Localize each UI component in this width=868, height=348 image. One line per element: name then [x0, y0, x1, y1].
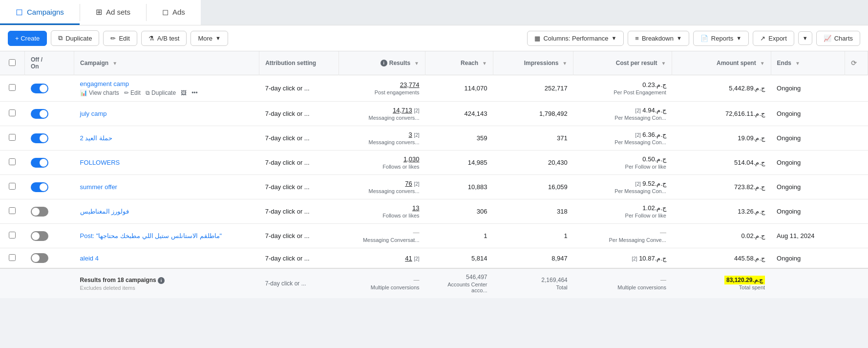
- row-checkbox[interactable]: [9, 183, 16, 190]
- charts-label: Charts: [834, 35, 853, 42]
- nav-tab-ads[interactable]: ◻ Ads: [147, 0, 201, 25]
- more-dropdown-icon: ▼: [215, 35, 221, 41]
- row-attribution: 7-day click or ...: [259, 175, 339, 199]
- row-select[interactable]: [0, 126, 25, 151]
- campaign-toggle[interactable]: [31, 84, 48, 93]
- duplicate-icon: ⧉: [58, 34, 63, 42]
- breakdown-button[interactable]: ≡ Breakdown ▼: [628, 31, 689, 46]
- th-toggle: Off / On: [25, 51, 74, 75]
- edit-button[interactable]: ✏ Edit: [103, 31, 137, 46]
- campaign-name[interactable]: FOLLOWERS: [80, 159, 254, 166]
- row-attribution: 7-day click or ...: [259, 102, 339, 126]
- results-sort-icon: ▼: [414, 61, 419, 66]
- th-reach[interactable]: Reach ▼: [425, 51, 493, 75]
- campaign-toggle[interactable]: [31, 109, 48, 119]
- select-all-header[interactable]: [0, 51, 25, 75]
- duplicate-action[interactable]: ⧉ Duplicate: [146, 89, 176, 96]
- row-amount: ج.م.0.02: [672, 224, 771, 248]
- view-charts-action[interactable]: 📊 View charts: [80, 89, 119, 96]
- campaigns-table: Off / On Campaign ▼ Attribution setting: [0, 51, 868, 298]
- reach-sort-icon: ▼: [482, 61, 487, 66]
- more-label: More: [198, 35, 212, 42]
- columns-button[interactable]: ▦ Columns: Performance ▼: [527, 31, 624, 46]
- row-checkbox[interactable]: [9, 232, 16, 239]
- row-checkbox[interactable]: [9, 254, 16, 261]
- row-select[interactable]: [0, 102, 25, 126]
- create-label: + Create: [15, 35, 40, 42]
- export-button[interactable]: ↗ Export: [753, 31, 794, 46]
- row-reach: 306: [425, 199, 493, 224]
- table-row: Post: "ماطلقم الاستانلس ستيل اللي مطبخك …: [0, 224, 868, 248]
- image-action[interactable]: 🖼: [181, 89, 187, 96]
- row-select[interactable]: [0, 248, 25, 269]
- row-checkbox[interactable]: [9, 109, 16, 116]
- breakdown-icon: ≡: [635, 35, 639, 42]
- footer-amount: ج.م.83,120.29 Total spent: [672, 268, 771, 298]
- th-cost[interactable]: Cost per result ▼: [573, 51, 672, 75]
- row-select[interactable]: [0, 175, 25, 199]
- campaign-name[interactable]: summer offer: [80, 183, 254, 191]
- cost-number: ج.م.9.52: [642, 180, 666, 187]
- row-checkbox[interactable]: [9, 158, 16, 165]
- row-select[interactable]: [0, 224, 25, 248]
- campaign-toggle[interactable]: [31, 182, 48, 192]
- row-select[interactable]: [0, 151, 25, 175]
- row-extra: [845, 224, 868, 248]
- nav-tab-campaigns[interactable]: ◻ Campaigns: [0, 0, 80, 25]
- row-checkbox[interactable]: [9, 134, 16, 141]
- row-checkbox[interactable]: [9, 207, 16, 214]
- campaign-toggle[interactable]: [31, 207, 48, 217]
- cost-label: Per Follow or like: [579, 213, 666, 218]
- reports-button[interactable]: 📄 Reports ▼: [693, 31, 749, 46]
- th-results[interactable]: i Results ▼: [339, 51, 425, 75]
- cost-badge: [2]: [635, 181, 641, 187]
- row-impressions: 252,717: [493, 75, 573, 102]
- more-action[interactable]: •••: [191, 89, 198, 96]
- more-button[interactable]: More ▼: [191, 31, 228, 46]
- row-campaign-cell: فولورز المغناطيس: [74, 199, 259, 224]
- nav-tab-adsets[interactable]: ⊞ Ad sets: [80, 0, 146, 25]
- footer-select: [0, 268, 25, 298]
- campaigns-table-wrapper: Off / On Campaign ▼ Attribution setting: [0, 51, 868, 298]
- duplicate-button[interactable]: ⧉ Duplicate: [51, 30, 99, 46]
- row-attribution: 7-day click or ...: [259, 199, 339, 224]
- th-amount[interactable]: Amount spent ▼: [672, 51, 771, 75]
- ab-test-button[interactable]: ⚗ A/B test: [141, 31, 187, 46]
- cost-label: Per Messaging Con...: [579, 139, 666, 145]
- cost-label: Per Messaging Conve...: [579, 237, 666, 243]
- refresh-icon[interactable]: ⟳: [851, 59, 857, 67]
- campaign-name[interactable]: فولورز المغناطيس: [80, 208, 254, 215]
- campaign-name[interactable]: Post: "ماطلقم الاستانلس ستيل اللي مطبخك …: [80, 232, 254, 239]
- row-checkbox[interactable]: [9, 84, 16, 91]
- row-ends: Ongoing: [771, 75, 845, 102]
- select-all-checkbox[interactable]: [9, 59, 16, 66]
- charts-button[interactable]: 📈 Charts: [816, 31, 860, 46]
- total-spent-badge: ج.م.83,120.29: [724, 276, 765, 284]
- campaign-toggle[interactable]: [31, 158, 48, 168]
- row-select[interactable]: [0, 75, 25, 102]
- campaign-name[interactable]: aleid 4: [80, 255, 254, 262]
- campaign-toggle[interactable]: [31, 231, 48, 241]
- edit-action[interactable]: ✏ Edit: [124, 89, 141, 96]
- results-label: Messaging convers...: [345, 115, 420, 121]
- row-amount: ج.م.514.04: [672, 151, 771, 175]
- table-header-row: Off / On Campaign ▼ Attribution setting: [0, 51, 868, 75]
- campaign-toggle[interactable]: [31, 133, 48, 143]
- campaign-name[interactable]: engagment camp: [80, 80, 254, 87]
- create-button[interactable]: + Create: [8, 31, 47, 46]
- campaign-name[interactable]: حملة العيد 2: [80, 134, 254, 142]
- row-select[interactable]: [0, 199, 25, 224]
- row-results: 1,030 Follows or likes: [339, 151, 425, 175]
- th-campaign[interactable]: Campaign ▼: [74, 51, 259, 75]
- th-attribution: Attribution setting: [259, 51, 339, 75]
- row-campaign-cell: engagment camp 📊 View charts ✏ Edit ⧉ Du…: [74, 75, 259, 102]
- campaign-name[interactable]: july camp: [80, 110, 254, 117]
- row-campaign-cell: حملة العيد 2: [74, 126, 259, 151]
- campaign-toggle[interactable]: [31, 253, 48, 263]
- th-impressions[interactable]: Impressions ▼: [493, 51, 573, 75]
- footer-row: Results from 18 campaigns i Excludes del…: [0, 268, 868, 298]
- campaign-sort-icon: ▼: [112, 61, 117, 66]
- ends-sort-icon: ▼: [795, 61, 800, 66]
- export-dropdown-button[interactable]: ▼: [798, 31, 812, 45]
- th-ends[interactable]: Ends ▼: [771, 51, 845, 75]
